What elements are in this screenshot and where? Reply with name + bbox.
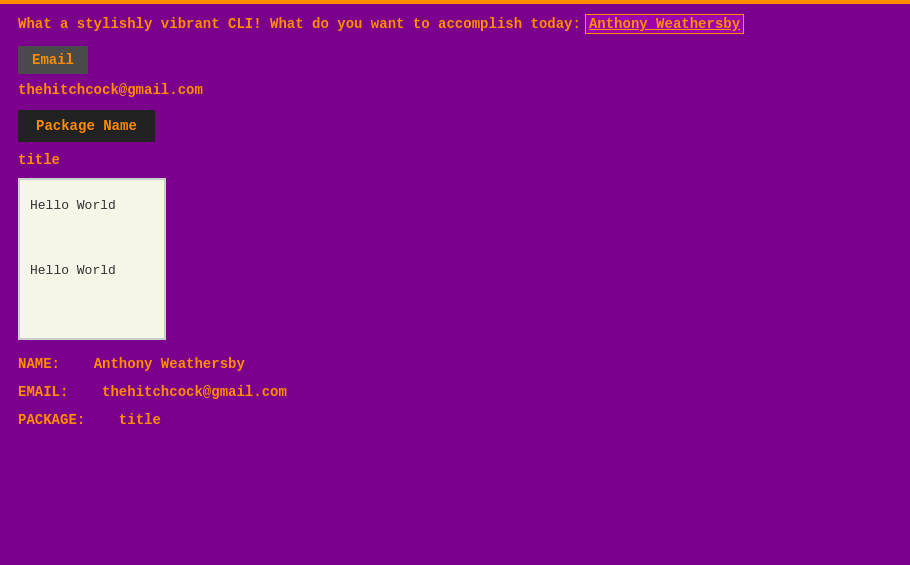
info-name-line: NAME: Anthony Weathersby (18, 356, 892, 372)
main-content: What a stylishly vibrant CLI! What do yo… (0, 0, 910, 452)
email-button[interactable]: Email (18, 46, 88, 74)
intro-text: What a stylishly vibrant CLI! What do yo… (18, 16, 581, 32)
intro-line: What a stylishly vibrant CLI! What do yo… (18, 14, 892, 34)
package-label: PACKAGE: (18, 412, 85, 428)
package-name-button[interactable]: Package Name (18, 110, 155, 142)
email-label: EMAIL: (18, 384, 68, 400)
package-value-display: title (18, 152, 892, 168)
top-border (0, 0, 910, 4)
package-button-wrapper: Package Name (18, 110, 892, 152)
info-section: NAME: Anthony Weathersby EMAIL: thehitch… (18, 356, 892, 428)
email-button-wrapper: Email (18, 46, 892, 82)
email-display: thehitchcock@gmail.com (18, 82, 892, 98)
package-info-value: title (119, 412, 161, 428)
preview-box: Hello World Hello World (18, 178, 166, 340)
preview-hello-2: Hello World (30, 263, 116, 278)
info-package-line: PACKAGE: title (18, 412, 892, 428)
name-value: Anthony Weathersby (94, 356, 245, 372)
author-name[interactable]: Anthony Weathersby (585, 14, 744, 34)
preview-hello-1: Hello World (30, 198, 116, 213)
email-info-value: thehitchcock@gmail.com (102, 384, 287, 400)
info-email-line: EMAIL: thehitchcock@gmail.com (18, 384, 892, 400)
name-label: NAME: (18, 356, 60, 372)
